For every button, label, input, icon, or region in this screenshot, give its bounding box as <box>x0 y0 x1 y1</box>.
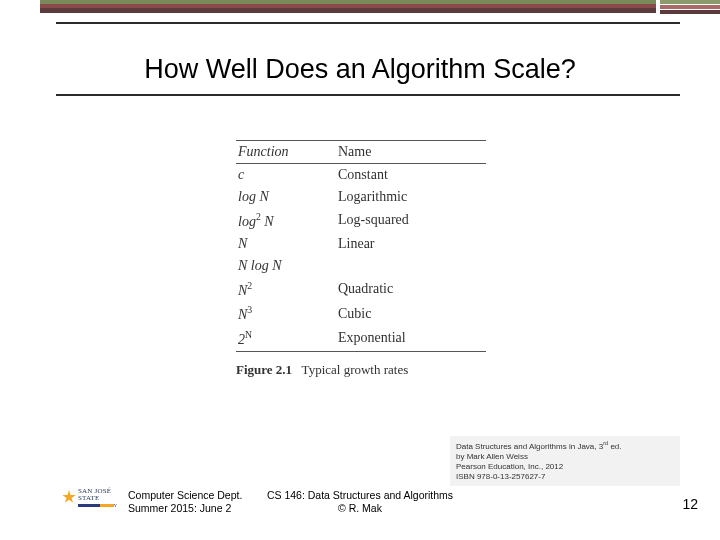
cell-name: Constant <box>336 164 486 187</box>
cell-function: N <box>236 233 336 255</box>
citation-author: by Mark Allen Weiss <box>456 452 674 462</box>
footer-center: CS 146: Data Structures and Algorithms ©… <box>0 489 720 516</box>
cell-name: Log-squared <box>336 208 486 233</box>
footer: SAN JOSÉ STATE UNIVERSITY Computer Scien… <box>0 474 720 522</box>
citation-title: Data Structures and Algorithms in Java, … <box>456 440 674 452</box>
cell-name: Cubic <box>336 301 486 326</box>
table-row: cConstant <box>236 164 486 187</box>
table-row: log2 NLog-squared <box>236 208 486 233</box>
cell-function: c <box>236 164 336 187</box>
title-overline <box>56 22 680 24</box>
cell-function: N3 <box>236 301 336 326</box>
table-row: N log N <box>236 255 486 277</box>
figure-caption: Figure 2.1 Typical growth rates <box>236 362 486 378</box>
author-name: © R. Mak <box>267 502 453 516</box>
cell-name: Logarithmic <box>336 186 486 208</box>
cell-function: 2N <box>236 326 336 351</box>
cell-function: N log N <box>236 255 336 277</box>
cell-name: Quadratic <box>336 277 486 302</box>
cell-name <box>336 255 486 277</box>
title-underline <box>56 94 680 96</box>
figure-caption-text: Typical growth rates <box>302 362 409 377</box>
stripe-right-block <box>660 0 720 15</box>
course-name: CS 146: Data Structures and Algorithms <box>267 489 453 503</box>
table-row: log NLogarithmic <box>236 186 486 208</box>
cell-name: Exponential <box>336 326 486 351</box>
figure-label: Figure 2.1 <box>236 362 292 377</box>
citation-publisher: Pearson Education, Inc., 2012 <box>456 462 674 472</box>
cell-function: N2 <box>236 277 336 302</box>
slide-number: 12 <box>682 496 698 512</box>
cell-function: log2 N <box>236 208 336 233</box>
growth-rate-figure: Function Name cConstantlog NLogarithmicl… <box>236 140 486 378</box>
th-name: Name <box>336 141 486 164</box>
table-row: 2NExponential <box>236 326 486 351</box>
slide-title: How Well Does an Algorithm Scale? <box>0 54 720 85</box>
cell-function: log N <box>236 186 336 208</box>
table-row: NLinear <box>236 233 486 255</box>
th-function: Function <box>236 141 336 164</box>
stripe-dark <box>40 8 656 13</box>
table-row: N3Cubic <box>236 301 486 326</box>
cell-name: Linear <box>336 233 486 255</box>
growth-rate-table: Function Name cConstantlog NLogarithmicl… <box>236 140 486 352</box>
table-row: N2Quadratic <box>236 277 486 302</box>
